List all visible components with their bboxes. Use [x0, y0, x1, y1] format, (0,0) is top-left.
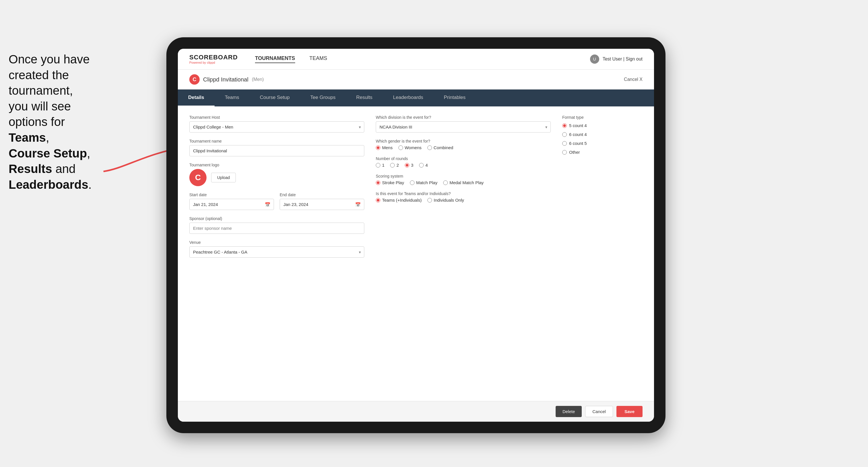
- rounds-4[interactable]: 4: [419, 163, 428, 167]
- tab-results[interactable]: Results: [346, 90, 383, 106]
- gender-radio-group: Mens Womens Combined: [376, 145, 551, 150]
- rounds-2-radio[interactable]: [390, 163, 395, 167]
- tournament-name: Clippd Invitational: [203, 76, 248, 83]
- rounds-radio-group: 1 2 3 4: [376, 163, 551, 167]
- scoring-group: Scoring system Stroke Play Match Play: [376, 174, 551, 185]
- sponsor-group: Sponsor (optional): [189, 216, 364, 234]
- tournament-host-group: Tournament Host Clippd College - Men: [189, 115, 364, 132]
- bottom-bar: Delete Cancel Save: [178, 401, 654, 422]
- tournament-host-select-wrapper: Clippd College - Men: [189, 121, 364, 132]
- gender-group: Which gender is the event for? Mens Wome…: [376, 139, 551, 150]
- tournament-title-area: C Clippd Invitational (Men): [189, 74, 264, 85]
- scoring-stroke-radio[interactable]: [376, 181, 380, 185]
- start-date-calendar-icon: 📅: [265, 201, 271, 207]
- logo-text: SCOREBOARD: [189, 54, 238, 61]
- tournament-name-label: Tournament name: [189, 139, 364, 144]
- user-area: U Test User | Sign out: [590, 55, 643, 64]
- tournament-name-input[interactable]: [189, 145, 364, 156]
- rounds-3[interactable]: 3: [405, 163, 413, 167]
- tab-tee-groups[interactable]: Tee Groups: [300, 90, 346, 106]
- format-6count5[interactable]: 6 count 5: [562, 141, 643, 146]
- scoring-match[interactable]: Match Play: [410, 180, 437, 185]
- rounds-1[interactable]: 1: [376, 163, 384, 167]
- tab-course-setup[interactable]: Course Setup: [250, 90, 300, 106]
- team-individual-group: Is this event for Teams and/or Individua…: [376, 191, 551, 203]
- nav-teams[interactable]: TEAMS: [310, 55, 327, 63]
- rounds-2[interactable]: 2: [390, 163, 399, 167]
- scoring-match-radio[interactable]: [410, 181, 414, 185]
- venue-group: Venue Peachtree GC - Atlanta - GA: [189, 240, 364, 258]
- start-date-wrapper: 📅: [189, 199, 274, 210]
- tab-teams[interactable]: Teams: [215, 90, 250, 106]
- start-date-group: Start date 📅: [189, 192, 274, 210]
- gender-mens-radio[interactable]: [376, 146, 380, 150]
- tournament-host-select[interactable]: Clippd College - Men: [189, 121, 364, 132]
- rounds-4-radio[interactable]: [419, 163, 424, 167]
- end-date-group: End date 📅: [280, 192, 364, 210]
- gender-combined-radio[interactable]: [427, 146, 432, 150]
- venue-select[interactable]: Peachtree GC - Atlanta - GA: [189, 246, 364, 258]
- nav-tournaments[interactable]: TOURNAMENTS: [255, 55, 295, 63]
- team-individual-label: Is this event for Teams and/or Individua…: [376, 191, 551, 196]
- individuals-only[interactable]: Individuals Only: [427, 198, 464, 203]
- form-col-right: Which division is the event for? NCAA Di…: [376, 115, 551, 393]
- format-type-col: Format type 5 count 4 6 count 4 6 count …: [562, 115, 643, 393]
- gender-mens[interactable]: Mens: [376, 145, 393, 150]
- gender-combined[interactable]: Combined: [427, 145, 453, 150]
- logo-sub: Powered by clippd: [189, 61, 238, 64]
- format-6count4-radio[interactable]: [562, 132, 567, 137]
- tournament-name-group: Tournament name: [189, 139, 364, 156]
- instruction-text: Once you have created the tournament, yo…: [0, 46, 138, 198]
- end-date-calendar-icon: 📅: [355, 201, 361, 207]
- format-other-radio[interactable]: [562, 150, 567, 155]
- end-date-label: End date: [280, 192, 364, 197]
- format-other[interactable]: Other: [562, 150, 643, 155]
- sponsor-input[interactable]: [189, 223, 364, 234]
- tab-leaderboards[interactable]: Leaderboards: [383, 90, 433, 106]
- top-navigation: SCOREBOARD Powered by clippd TOURNAMENTS…: [178, 49, 654, 70]
- division-select[interactable]: NCAA Division III: [376, 121, 551, 132]
- gender-womens-radio[interactable]: [398, 146, 403, 150]
- division-label: Which division is the event for?: [376, 115, 551, 120]
- teams-plus-individuals[interactable]: Teams (+Individuals): [376, 198, 422, 203]
- format-5count4[interactable]: 5 count 4: [562, 123, 643, 128]
- tab-printables[interactable]: Printables: [433, 90, 476, 106]
- logo-preview: C: [189, 169, 207, 186]
- save-button[interactable]: Save: [616, 406, 643, 417]
- cancel-button[interactable]: Cancel: [585, 406, 613, 417]
- end-date-input[interactable]: [280, 199, 364, 210]
- individuals-radio[interactable]: [427, 198, 432, 203]
- sponsor-label: Sponsor (optional): [189, 216, 364, 221]
- nav-left: SCOREBOARD Powered by clippd TOURNAMENTS…: [189, 54, 327, 64]
- scoring-medal-match[interactable]: Medal Match Play: [443, 180, 484, 185]
- start-date-input[interactable]: [189, 199, 274, 210]
- cancel-top-button[interactable]: Cancel X: [624, 77, 643, 82]
- scoring-label: Scoring system: [376, 174, 551, 179]
- scoring-medal-match-radio[interactable]: [443, 181, 448, 185]
- tab-details[interactable]: Details: [178, 90, 215, 106]
- logo-upload-area: C Upload: [189, 169, 364, 186]
- scoring-stroke[interactable]: Stroke Play: [376, 180, 404, 185]
- delete-button[interactable]: Delete: [556, 406, 582, 417]
- end-date-wrapper: 📅: [280, 199, 364, 210]
- main-nav: TOURNAMENTS TEAMS: [255, 55, 327, 63]
- gender-label: Which gender is the event for?: [376, 139, 551, 144]
- tournament-tag: (Men): [252, 77, 264, 82]
- rounds-1-radio[interactable]: [376, 163, 380, 167]
- rounds-3-radio[interactable]: [405, 163, 409, 167]
- teams-radio[interactable]: [376, 198, 380, 203]
- tablet-screen: SCOREBOARD Powered by clippd TOURNAMENTS…: [178, 49, 654, 422]
- scoring-radio-group: Stroke Play Match Play Medal Match Play: [376, 180, 551, 185]
- division-group: Which division is the event for? NCAA Di…: [376, 115, 551, 132]
- team-individual-radio-group: Teams (+Individuals) Individuals Only: [376, 198, 551, 203]
- upload-button[interactable]: Upload: [211, 173, 236, 182]
- user-signout[interactable]: Test User | Sign out: [603, 57, 643, 61]
- format-6count4[interactable]: 6 count 4: [562, 132, 643, 137]
- gender-womens[interactable]: Womens: [398, 145, 422, 150]
- format-6count5-radio[interactable]: [562, 141, 567, 146]
- format-5count4-radio[interactable]: [562, 123, 567, 128]
- main-content: Tournament Host Clippd College - Men Tou…: [178, 106, 654, 401]
- form-col-left: Tournament Host Clippd College - Men Tou…: [189, 115, 364, 393]
- tablet-device: SCOREBOARD Powered by clippd TOURNAMENTS…: [166, 37, 665, 433]
- tournament-logo-label: Tournament logo: [189, 163, 364, 167]
